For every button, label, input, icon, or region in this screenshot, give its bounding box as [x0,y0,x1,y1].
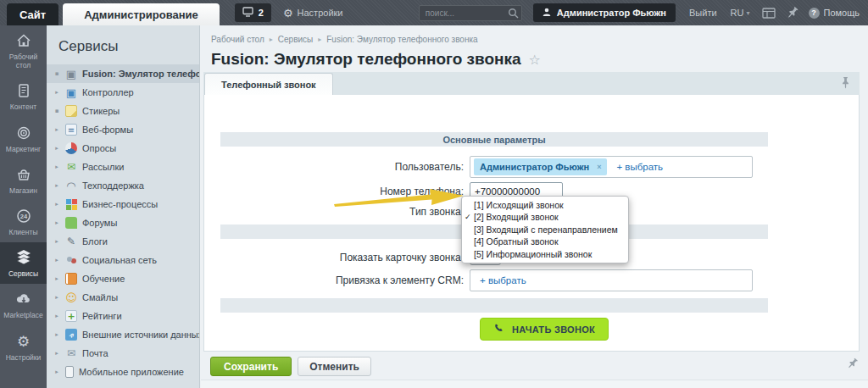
dropdown-option-incoming[interactable]: ✓ [2] Входящий звонок [462,211,628,223]
language-selector[interactable]: RU ▾ [731,8,750,18]
expand-arrow-icon[interactable]: ▸ [53,275,60,282]
gear-icon: ⚙ [283,8,293,19]
sidebar-item-mail[interactable]: ▸ Почта [47,344,199,363]
section-divider-band [220,298,768,313]
breadcrumb-current[interactable]: Fusion: Эмулятор телефонного звонка [326,35,477,44]
expand-arrow-icon[interactable]: ▸ [53,164,60,170]
crm-field[interactable]: + выбрать [470,269,753,291]
panel-grid-icon[interactable] [762,7,776,19]
smiley-icon [65,291,77,303]
check-icon: ✓ [465,212,471,222]
help-icon: ? [809,8,820,19]
sidebar-item-social-network[interactable]: ▸ Социальная сеть [47,251,199,269]
monitor-icon [242,7,253,19]
expand-arrow-icon[interactable]: ▸ [53,126,60,133]
admin-tab[interactable]: Администрирование [63,3,220,25]
rail-item-clients[interactable]: 24 Клиенты [0,201,47,242]
breadcrumb-separator-icon: ▸ [270,36,273,43]
topbar: Сайт Администрирование 2 ⚙ Настройки Адм… [0,0,868,25]
expand-arrow-icon[interactable]: ▸ [53,313,60,319]
notifications-button[interactable]: 2 [235,3,271,22]
rss-icon [65,329,77,341]
rail-item-services[interactable]: Сервисы [0,242,47,284]
user-select-link[interactable]: + выбрать [616,162,663,172]
user-field[interactable]: Администратор Фьюжн × + выбрать [470,156,753,178]
sidebar-item-controller[interactable]: ▸ Контроллер [47,83,199,102]
cancel-button[interactable]: Отменить [298,357,371,376]
document-icon [15,82,32,99]
breadcrumb-services[interactable]: Сервисы [278,35,313,44]
search-input[interactable] [419,5,522,21]
sidebar-item-business-processes[interactable]: ▸ Бизнес-процессы [47,195,199,213]
sidebar-item-mailings[interactable]: ▸ Рассылки [47,158,199,176]
breadcrumb-desktop[interactable]: Рабочий стол [211,35,264,44]
sidebar-item-web-forms[interactable]: ▸ Веб-формы [47,120,199,139]
main-content: Рабочий стол ▸ Сервисы ▸ Fusion: Эмулято… [201,25,868,388]
expand-arrow-icon[interactable]: ▸ [53,145,60,152]
expand-arrow-icon[interactable]: ▸ [53,182,60,189]
headset-icon [65,180,77,191]
pin-icon[interactable] [843,356,860,374]
tab-phone-call[interactable]: Телефонный звонок [204,73,333,95]
star-icon[interactable]: ☆ [529,52,541,68]
user-menu-button[interactable]: Администратор Фьюжн [533,3,676,22]
home-icon [15,32,32,49]
pin-icon[interactable] [784,4,800,21]
dropdown-option-callback[interactable]: [4] Обратный звонок [462,236,628,247]
rail-item-desktop[interactable]: Рабочий стол [0,25,47,75]
sidebar-item-smileys[interactable]: ▸ Смайлы [47,288,199,307]
expand-arrow-icon[interactable]: ▸ [53,369,60,375]
sidebar-item-support[interactable]: ▸ Техподдержка [47,176,199,195]
expand-arrow-icon[interactable]: ▸ [53,331,60,338]
sidebar-item-stickers[interactable]: ▪ Стикеры [47,102,199,120]
help-button[interactable]: ? Помощь [809,8,860,19]
expand-arrow-icon[interactable]: ▸ [53,201,60,208]
page-title: Fusion: Эмулятор телефонного звонка [211,50,521,69]
crm-select-link[interactable]: + выбрать [480,275,526,285]
envelope-icon [65,161,77,173]
show-card-label: Показать карточку звонка: [220,252,464,263]
pencil-icon [65,236,77,247]
sidebar-item-ratings[interactable]: ▸ Рейтинги [47,307,199,325]
sidebar-item-education[interactable]: ▸ Обучение [47,269,199,288]
dropdown-option-outgoing[interactable]: [1] Исходящий звонок [462,199,628,211]
book-icon [65,273,77,285]
sidebar-item-fusion-emulator[interactable]: ▪ Fusion: Эмулятор телефонного звонка [47,64,199,83]
sidebar-item-mobile-app[interactable]: ▸ Мобильное приложение [47,363,199,381]
user-chip: Администратор Фьюжн × [474,158,607,175]
dropdown-option-redirected[interactable]: [3] Входящий с перенаправлением [462,224,628,236]
rail-item-marketing[interactable]: Маркетинг [0,118,47,159]
sidebar-item-forums[interactable]: ▸ Форумы [47,213,199,232]
pin-icon[interactable] [841,76,850,92]
expand-arrow-icon[interactable]: ▸ [53,219,60,226]
site-tab[interactable]: Сайт [7,3,58,25]
clients-24-icon: 24 [15,208,32,224]
topbar-settings-button[interactable]: ⚙ Настройки [283,8,343,19]
rail-item-settings[interactable]: ⚙ Настройки [0,326,47,368]
expand-arrow-icon[interactable]: ▸ [53,350,60,357]
search-box [419,4,522,21]
user-row: Пользователь: Администратор Фьюжн × + вы… [220,156,768,178]
layers-icon [14,249,33,266]
sidebar-item-external-data[interactable]: ▸ Внешние источники данных [47,325,199,344]
section-header: Основные параметры [220,132,768,147]
rail-item-shop[interactable]: Магазин [0,159,47,201]
dropdown-option-info[interactable]: [5] Информационный звонок [462,248,628,260]
people-icon [65,254,77,266]
remove-icon[interactable]: × [597,163,601,171]
save-button[interactable]: Сохранить [210,357,292,376]
logout-link[interactable]: Выйти [689,8,717,18]
sidebar-item-polls[interactable]: ▸ Опросы [47,139,199,158]
start-call-button[interactable]: НАЧАТЬ ЗВОНОК [480,318,609,341]
expand-arrow-icon[interactable]: ▸ [53,257,60,263]
rail-item-marketplace[interactable]: Marketplace [0,284,47,325]
sticker-icon [65,105,77,117]
search-icon[interactable] [508,7,519,22]
expand-arrow-icon[interactable]: ▸ [53,294,60,301]
expand-arrow-icon[interactable]: ▸ [53,89,60,96]
call-type-dropdown: [1] Исходящий звонок ✓ [2] Входящий звон… [461,196,629,263]
sidebar-item-blogs[interactable]: ▸ Блоги [47,232,199,251]
rail-item-content[interactable]: Контент [0,75,47,117]
caret-down-icon: ▾ [746,9,749,17]
expand-arrow-icon[interactable]: ▸ [53,238,60,245]
